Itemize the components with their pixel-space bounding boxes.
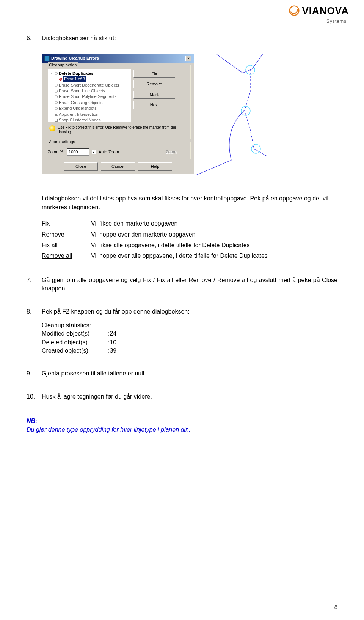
hint-text: Use Fix to correct this error. Use Remov… [58, 125, 187, 134]
cancel-button[interactable]: Cancel [101, 162, 135, 170]
svg-point-7 [251, 144, 260, 153]
cleanup-statistics: Cleanup statistics: Modified object(s):2… [27, 321, 337, 355]
svg-line-2 [252, 54, 265, 69]
step-8-number: 8. [27, 308, 42, 316]
step-7-text: Gå gjennom alle oppgavene og velg Fix / … [42, 276, 337, 293]
step-9-number: 9. [27, 369, 42, 378]
vianova-logo: VIANOVA Systems [289, 4, 349, 25]
step-9-text: Gjenta prosessen til alle tallene er nul… [42, 369, 337, 378]
svg-line-3 [243, 69, 252, 73]
mark-button[interactable]: Mark [133, 91, 175, 99]
page-number: 8 [334, 603, 337, 611]
zoom-button[interactable]: Zoom [154, 148, 188, 156]
svg-line-1 [216, 54, 243, 73]
app-icon [44, 56, 50, 61]
close-button[interactable]: Close [64, 162, 98, 170]
section-6-number: 6. [27, 34, 42, 43]
logo-text: VIANOVA [302, 4, 349, 17]
swirl-icon [289, 5, 300, 16]
step-10-number: 10. [27, 393, 42, 401]
svg-point-6 [241, 106, 250, 115]
zoom-settings-label: Zoom settings [48, 139, 76, 145]
drawing-cleanup-errors-dialog: Drawing Cleanup Errors × Cleanup action … [42, 54, 194, 174]
cleanup-tree[interactable]: -Delete Duplicates Error 1 of 3 Erase Sh… [48, 69, 131, 122]
cleanup-action-label: Cleanup action [48, 62, 78, 68]
close-icon[interactable]: × [185, 56, 191, 61]
logo-sub: Systems [289, 18, 347, 25]
auto-zoom-checkbox[interactable]: ✓ [92, 150, 96, 154]
dialog-title: Drawing Cleanup Errors [51, 55, 99, 61]
lightbulb-icon [49, 125, 55, 131]
button-definitions: FixVil fikse den markerte oppgaven Remov… [42, 218, 268, 262]
auto-zoom-label: Auto Zoom [99, 149, 119, 155]
svg-line-4 [254, 149, 267, 156]
next-button[interactable]: Next [133, 101, 175, 109]
dialog-description: I dialogboksen vil det listes opp hva so… [27, 194, 337, 211]
fix-button[interactable]: Fix [133, 70, 175, 78]
step-10-text: Husk å lagre tegningen før du går videre… [42, 393, 337, 401]
drawing-preview [193, 54, 284, 175]
section-6-text: Dialogboksen ser nå slik ut: [42, 34, 337, 43]
svg-point-5 [246, 65, 255, 74]
zoom-input[interactable]: 1000 [67, 148, 89, 156]
remove-button[interactable]: Remove [133, 80, 175, 88]
step-8-text: Pek på F2 knappen og du får opp denne di… [42, 308, 337, 316]
help-button[interactable]: Help [138, 162, 172, 170]
step-7-number: 7. [27, 276, 42, 293]
nb-note: NB: Du gjør denne type opprydding for hv… [27, 417, 337, 434]
zoom-pct-label: Zoom %: [48, 149, 64, 155]
